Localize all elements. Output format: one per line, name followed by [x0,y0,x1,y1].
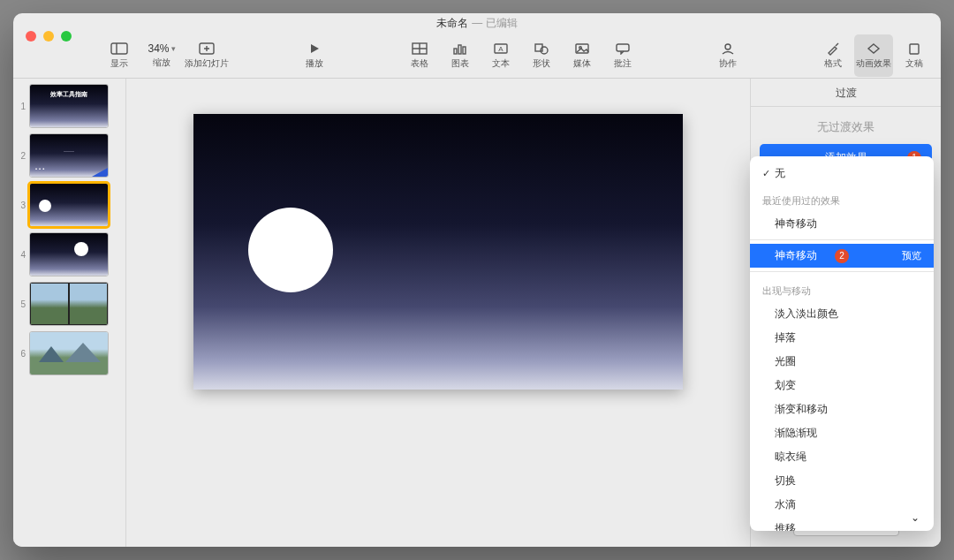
minimize-window-button[interactable] [43,31,54,42]
chevron-down-icon[interactable]: ⌄ [911,511,920,524]
svg-rect-19 [910,44,919,54]
sidebar-icon [110,42,128,56]
media-icon [573,42,591,56]
inspector-tab-transition[interactable]: 过渡 [751,79,941,107]
svg-rect-17 [617,44,629,51]
effect-item[interactable]: 淡入淡出颜色 [750,302,934,326]
effect-popover: ✓无 最近使用过的效果 神奇移动 神奇移动 2 预览 出现与移动 淡入淡出颜色 … [750,156,934,531]
toolbar: 显示 34%▾ 缩放 添加幻灯片 播放 表格 图表 A文本 形状 媒体 批注 协… [13,33,941,79]
svg-text:A: A [498,45,504,53]
format-button[interactable]: 格式 [814,34,852,77]
collaborate-button[interactable]: 协作 [708,34,747,77]
svg-point-18 [725,44,731,49]
document-button[interactable]: 文稿 [895,34,934,77]
brush-icon [824,42,842,56]
maximize-window-button[interactable] [61,31,72,42]
text-button[interactable]: A文本 [481,34,520,77]
table-icon [411,42,428,56]
effect-item[interactable]: 掉落 [750,326,934,350]
current-slide[interactable] [193,114,683,390]
table-button[interactable]: 表格 [400,34,439,77]
title-bar: 未命名 — 已编辑 [13,13,941,33]
comment-icon [614,42,632,56]
app-window: 未命名 — 已编辑 显示 34%▾ 缩放 添加幻灯片 播放 表格 图表 A文本 … [13,13,941,547]
section-appear: 出现与移动 [750,276,934,302]
view-button[interactable]: 显示 [100,34,139,77]
document-title: 未命名 [436,16,468,31]
play-button[interactable]: 播放 [295,34,334,77]
effect-item[interactable]: 渐隐渐现 [750,421,934,445]
effect-none[interactable]: ✓无 [750,162,934,185]
circle-shape[interactable] [248,208,333,292]
slide-navigator[interactable]: 1效率工具指南 2———••• 3 4 5 6 [13,79,126,547]
recent-item[interactable]: 神奇移动 [750,212,934,236]
animate-button[interactable]: 动画效果 [854,34,893,77]
person-icon [719,42,737,56]
document-state: — 已编辑 [472,16,517,31]
svg-rect-10 [463,47,466,54]
svg-rect-9 [458,45,461,54]
thumb-6[interactable]: 6 [17,331,122,375]
slide-canvas[interactable] [126,79,750,547]
thumb-5[interactable]: 5 [17,282,122,326]
thumb-4[interactable]: 4 [17,232,122,276]
chart-button[interactable]: 图表 [441,34,480,77]
effect-list[interactable]: ✓无 最近使用过的效果 神奇移动 神奇移动 2 预览 出现与移动 淡入淡出颜色 … [750,156,934,531]
media-button[interactable]: 媒体 [563,34,602,77]
plus-icon [198,42,216,56]
window-controls [26,31,72,42]
thumb-3[interactable]: 3 [17,183,122,227]
add-slide-button[interactable]: 添加幻灯片 [185,34,229,77]
svg-point-14 [541,47,548,54]
comment-button[interactable]: 批注 [603,34,642,77]
no-transition-label: 无过渡效果 [751,107,941,144]
effect-item[interactable]: 光圈 [750,350,934,374]
effect-magic-move-selected[interactable]: 神奇移动 2 预览 [750,244,934,268]
diamond-icon [865,42,882,56]
effect-item[interactable]: 划变 [750,374,934,397]
play-icon [306,42,323,56]
svg-rect-8 [454,49,457,54]
thumb-1[interactable]: 1效率工具指南 [17,84,122,128]
chevron-down-icon: ▾ [171,44,176,53]
shape-icon [533,42,550,56]
preview-button[interactable]: 预览 [902,249,921,262]
effect-item[interactable]: 渐变和移动 [750,397,934,421]
svg-rect-0 [111,43,127,54]
doc-icon [905,42,923,56]
effect-item[interactable]: 水滴 [750,493,934,517]
shape-button[interactable]: 形状 [522,34,561,77]
effect-item[interactable]: 晾衣绳 [750,445,934,469]
section-recent: 最近使用过的效果 [750,185,934,212]
thumb-2[interactable]: 2———••• [17,133,122,178]
close-window-button[interactable] [26,31,36,42]
zoom-control[interactable]: 34%▾ 缩放 [142,34,181,77]
annotation-badge-2: 2 [835,249,849,263]
chart-icon [451,42,469,56]
effect-item[interactable]: 推移 [750,517,934,531]
text-icon: A [492,42,510,56]
effect-item[interactable]: 切换 [750,469,934,493]
